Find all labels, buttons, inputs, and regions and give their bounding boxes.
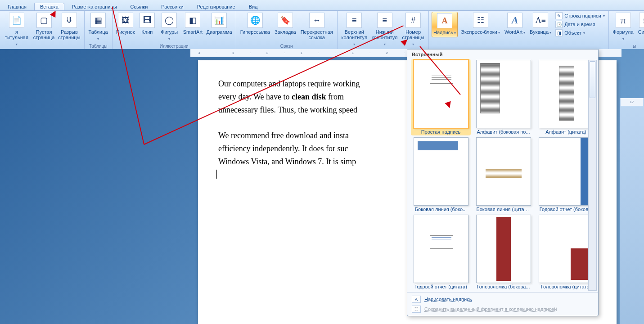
gallery-item[interactable]: Боковая линия (боко... xyxy=(412,137,470,212)
group-label-illustrations: Иллюстрации xyxy=(160,43,189,49)
quick-parts-icon: ☷ xyxy=(473,13,488,28)
cover-page-button[interactable]: 📄я титульная xyxy=(3,12,31,48)
textbox-button[interactable]: AНадпись xyxy=(432,12,458,37)
date-time-button[interactable]: 🕒Дата и время xyxy=(554,20,605,28)
wordart-icon: A xyxy=(507,13,522,28)
scroll-thumb[interactable] xyxy=(590,61,595,98)
crossref-icon: ↔ xyxy=(309,13,324,28)
page-break-button[interactable]: ⤋Разрыв страницы xyxy=(57,12,81,41)
tab-home[interactable]: Главная xyxy=(2,3,32,10)
signature-icon: ✎ xyxy=(555,12,563,19)
table-icon: ▦ xyxy=(90,13,106,28)
page-number-icon: # xyxy=(405,13,421,28)
footer-icon: ≡ xyxy=(377,13,392,28)
ruler-tail: 17 xyxy=(621,98,643,106)
bookmark-button[interactable]: 🔖Закладка xyxy=(273,12,297,36)
gallery-item-label: Годовой отчет (цитата) xyxy=(414,284,467,289)
group-label-tables: Таблицы xyxy=(89,43,108,49)
draw-textbox-icon: A xyxy=(412,296,421,303)
body-text: every day. We have to xyxy=(218,92,292,101)
object-button[interactable]: ◨Объект▾ xyxy=(554,29,605,37)
group-label-links: Связи xyxy=(280,43,293,49)
smartart-icon: ◧ xyxy=(185,13,200,28)
header-icon: ≡ xyxy=(347,13,362,28)
globe-icon: 🌐 xyxy=(248,13,263,28)
gallery-item-label: Боковая линия (цитата) xyxy=(477,207,531,212)
gallery-item[interactable]: Боковая линия (цитата) xyxy=(474,137,532,212)
wordart-button[interactable]: AWordArt xyxy=(503,12,527,36)
symbol-button[interactable]: ΩСимвол xyxy=(636,12,644,43)
gallery-item[interactable]: Годовой отчет (боков... xyxy=(537,137,595,212)
group-links: 🌐Гиперссылка 🔖Закладка ↔Перекрестная ссы… xyxy=(236,11,338,50)
smartart-button[interactable]: ◧SmartArt xyxy=(182,12,203,36)
bookmark-icon: 🔖 xyxy=(278,13,293,28)
body-text: Our computers and laptops require workin… xyxy=(218,79,360,88)
chart-button[interactable]: 📊Диаграмма xyxy=(205,12,233,36)
signature-line-button[interactable]: ✎Строка подписи▾ xyxy=(554,12,605,20)
shapes-button[interactable]: ◯Фигуры xyxy=(158,12,180,43)
gallery-item[interactable]: Головоломка (цитата) xyxy=(537,215,595,289)
blank-page-icon: ▢ xyxy=(36,13,52,28)
footer-button[interactable]: ≡Нижний колонтитул xyxy=(370,12,399,48)
tab-page-layout[interactable]: Разметка страницы xyxy=(66,3,123,10)
gallery-grid: Простая надпись Алфавит (боковая по... А… xyxy=(407,58,598,292)
gallery-item[interactable]: Алфавит (боковая по... xyxy=(474,60,532,135)
picture-button[interactable]: 🖼Рисунок xyxy=(115,12,136,36)
tab-insert[interactable]: Вставка xyxy=(34,3,64,10)
blank-page-button[interactable]: ▢Пустая страница xyxy=(32,12,56,41)
group-text: AНадпись ☷Экспресс-блоки AWordArt A≡Букв… xyxy=(429,11,609,50)
dropcap-button[interactable]: A≡Буквица xyxy=(528,12,553,36)
group-tables: ▦Таблица Таблицы xyxy=(85,11,113,50)
dropcap-icon: A≡ xyxy=(533,13,548,28)
gallery-item[interactable]: Годовой отчет (цитата) xyxy=(412,215,470,289)
body-text: efficiency independently. It does for su… xyxy=(218,144,348,153)
right-margin-area: 17 xyxy=(620,98,644,324)
page-number-button[interactable]: #Номер страницы xyxy=(401,12,426,48)
hyperlink-button[interactable]: 🌐Гиперссылка xyxy=(239,12,271,36)
gallery-item-label: Годовой отчет (боков... xyxy=(540,207,592,212)
table-button[interactable]: ▦Таблица xyxy=(87,12,109,43)
gallery-scrollbar[interactable] xyxy=(588,60,597,291)
tab-references[interactable]: Ссылки xyxy=(125,3,154,10)
body-text: Windows Vista, and Windows 7. It is simp xyxy=(218,157,356,166)
save-selection-button: ☷Сохранить выделенный фрагмент в коллекц… xyxy=(407,304,598,314)
gallery-item-label: Головоломка (бокова... xyxy=(477,284,530,289)
body-text: from xyxy=(326,92,344,101)
textbox-gallery: Встроенный Простая надпись Алфавит (боко… xyxy=(407,49,599,316)
gallery-item-simple[interactable]: Простая надпись xyxy=(411,59,471,135)
quick-parts-button[interactable]: ☷Экспресс-блоки xyxy=(459,12,501,36)
clip-button[interactable]: 🎞Клип xyxy=(138,12,157,36)
text-cursor xyxy=(216,170,217,179)
body-text: unnecessary files. Thus, the working spe… xyxy=(218,105,357,114)
ribbon: 📄я титульная ▢Пустая страница ⤋Разрыв ст… xyxy=(0,11,644,50)
shapes-icon: ◯ xyxy=(162,13,177,28)
crossref-button[interactable]: ↔Перекрестная ссылка xyxy=(299,12,334,41)
gallery-item-label: Головоломка (цитата) xyxy=(541,284,591,289)
header-button[interactable]: ≡Верхний колонтитул xyxy=(340,12,369,48)
group-header-footer: ≡Верхний колонтитул ≡Нижний колонтитул #… xyxy=(338,11,429,50)
save-selection-icon: ☷ xyxy=(412,306,421,313)
gallery-item-label: Простая надпись xyxy=(421,129,461,135)
tab-mailings[interactable]: Рассылки xyxy=(155,3,189,10)
chart-icon: 📊 xyxy=(212,13,227,28)
textbox-icon: A xyxy=(437,13,452,28)
gallery-item-label: Боковая линия (боко... xyxy=(415,207,467,212)
tab-review[interactable]: Рецензирование xyxy=(191,3,241,10)
gallery-item[interactable]: Алфавит (цитата) xyxy=(537,60,595,135)
tab-view[interactable]: Вид xyxy=(243,3,264,10)
picture-icon: 🖼 xyxy=(118,13,133,28)
clip-icon: 🎞 xyxy=(140,13,155,28)
equation-button[interactable]: πФормула xyxy=(612,12,635,43)
date-icon: 🕒 xyxy=(555,21,563,28)
group-illustrations: 🖼Рисунок 🎞Клип ◯Фигуры ◧SmartArt 📊Диагра… xyxy=(113,11,236,50)
group-symbols: πФормула ΩСимвол ы xyxy=(609,11,644,50)
gallery-item[interactable]: Головоломка (бокова... xyxy=(474,215,532,289)
gallery-footer: AНарисовать надпись ☷Сохранить выделенны… xyxy=(407,292,598,316)
draw-textbox-button[interactable]: AНарисовать надпись xyxy=(407,294,598,304)
page-break-icon: ⤋ xyxy=(62,13,77,28)
group-label-symbols: ы xyxy=(633,43,636,49)
body-text: We recommend free download and insta xyxy=(218,131,349,140)
gallery-item-label: Алфавит (боковая по... xyxy=(477,129,530,135)
page-icon: 📄 xyxy=(9,13,24,28)
group-pages: 📄я титульная ▢Пустая страница ⤋Разрыв ст… xyxy=(0,11,85,50)
